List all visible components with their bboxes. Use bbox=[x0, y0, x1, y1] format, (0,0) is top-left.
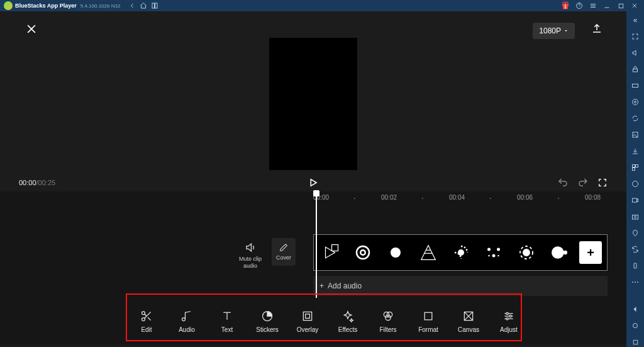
mute-clip-audio-button[interactable]: Mute clip audio bbox=[236, 242, 264, 270]
chevron-down-icon bbox=[564, 28, 569, 33]
tool-canvas[interactable]: Canvas bbox=[455, 310, 482, 333]
svg-point-63 bbox=[635, 101, 636, 103]
svg-point-5 bbox=[563, 2, 565, 4]
svg-point-33 bbox=[523, 249, 530, 256]
tool-text[interactable]: Text bbox=[214, 310, 240, 333]
help-icon[interactable] bbox=[574, 0, 585, 11]
more-rail-icon[interactable]: ⋯ bbox=[630, 277, 640, 287]
tool-filters[interactable]: Filters bbox=[375, 310, 401, 333]
tool-label: Format bbox=[418, 326, 438, 333]
fullscreen-button[interactable] bbox=[597, 178, 608, 188]
lock-rail-icon[interactable] bbox=[630, 64, 640, 74]
sliders-icon bbox=[502, 310, 515, 322]
tool-label: Effects bbox=[338, 326, 357, 333]
svg-point-27 bbox=[487, 248, 491, 251]
menu-icon[interactable] bbox=[587, 0, 599, 11]
svg-point-71 bbox=[635, 216, 636, 218]
playhead[interactable] bbox=[316, 191, 317, 298]
gift-icon[interactable] bbox=[560, 0, 571, 11]
svg-point-29 bbox=[492, 254, 496, 258]
shake-rail-icon[interactable] bbox=[630, 261, 640, 271]
back-icon[interactable] bbox=[126, 0, 138, 11]
add-audio-button[interactable]: + Add audio bbox=[313, 276, 608, 296]
svg-rect-4 bbox=[565, 4, 565, 9]
redo-button[interactable] bbox=[577, 177, 589, 188]
tool-overlay[interactable]: Overlay bbox=[294, 310, 321, 333]
clip-thumb[interactable] bbox=[412, 235, 445, 270]
home-icon[interactable] bbox=[138, 0, 149, 11]
clip-track[interactable]: + bbox=[313, 234, 608, 271]
ruler-tick: 00:08 bbox=[585, 194, 601, 201]
collapse-icon[interactable]: « bbox=[630, 15, 640, 25]
close-window-icon[interactable] bbox=[629, 0, 640, 11]
current-time: 00:00 bbox=[19, 179, 36, 186]
tool-audio[interactable]: Audio bbox=[174, 310, 200, 333]
clip-thumb[interactable] bbox=[445, 235, 477, 270]
gallery-rail-icon[interactable] bbox=[630, 130, 640, 140]
install-rail-icon[interactable] bbox=[630, 146, 640, 156]
svg-rect-46 bbox=[306, 314, 310, 318]
record-rail-icon[interactable] bbox=[630, 195, 640, 205]
nav-recent-rail-icon[interactable] bbox=[630, 337, 640, 347]
recent-icon[interactable] bbox=[149, 0, 160, 11]
tool-stickers[interactable]: Stickers bbox=[254, 310, 280, 333]
tool-adjust[interactable]: Adjust bbox=[496, 310, 522, 333]
svg-rect-45 bbox=[303, 312, 311, 320]
svg-point-28 bbox=[497, 248, 500, 251]
svg-rect-72 bbox=[634, 263, 636, 268]
svg-point-62 bbox=[633, 100, 638, 105]
screenshot-rail-icon[interactable] bbox=[630, 212, 640, 222]
tool-edit[interactable]: Edit bbox=[133, 310, 160, 333]
location-rail-icon[interactable] bbox=[630, 228, 640, 238]
clip-thumb[interactable] bbox=[314, 235, 347, 270]
tool-effects[interactable]: Effects bbox=[335, 310, 361, 333]
cover-button[interactable]: Cover bbox=[272, 238, 296, 266]
clip-thumb[interactable] bbox=[510, 235, 543, 270]
multi-rail-icon[interactable] bbox=[630, 162, 640, 173]
nav-home-rail-icon[interactable] bbox=[630, 321, 640, 331]
svg-line-40 bbox=[145, 314, 147, 316]
canvas-icon bbox=[462, 310, 475, 322]
ruler-tick: 00:04 bbox=[449, 194, 465, 201]
app-title: BlueStacks App Player bbox=[15, 3, 77, 9]
scissors-icon bbox=[140, 310, 153, 322]
nav-back-rail-icon[interactable] bbox=[630, 304, 640, 314]
svg-rect-65 bbox=[633, 165, 635, 168]
minimize-icon[interactable] bbox=[601, 0, 613, 11]
add-clip-button[interactable]: + bbox=[579, 241, 602, 264]
svg-rect-60 bbox=[633, 69, 638, 72]
tool-format[interactable]: Format bbox=[415, 310, 441, 333]
ruler-tick: 00:06 bbox=[517, 194, 533, 201]
clip-thumb[interactable] bbox=[477, 235, 510, 270]
resolution-button[interactable]: 1080P bbox=[533, 23, 575, 39]
resolution-label: 1080P bbox=[539, 26, 561, 35]
svg-rect-19 bbox=[332, 245, 338, 251]
export-button[interactable] bbox=[591, 23, 602, 34]
undo-button[interactable] bbox=[557, 177, 569, 188]
keymap-rail-icon[interactable] bbox=[630, 97, 640, 107]
svg-line-39 bbox=[148, 317, 151, 321]
close-editor-button[interactable] bbox=[25, 23, 38, 35]
tool-label: Stickers bbox=[256, 326, 279, 333]
clip-thumb[interactable] bbox=[379, 235, 412, 270]
clip-thumb[interactable] bbox=[543, 235, 575, 270]
svg-rect-1 bbox=[155, 3, 158, 8]
maximize-icon[interactable] bbox=[615, 0, 626, 11]
play-button[interactable] bbox=[308, 177, 319, 188]
tool-label: Filters bbox=[379, 326, 396, 333]
clip-thumb[interactable] bbox=[347, 235, 379, 270]
keyboard-rail-icon[interactable] bbox=[630, 81, 640, 91]
fullscreen-rail-icon[interactable] bbox=[630, 31, 640, 42]
svg-point-57 bbox=[506, 312, 508, 314]
svg-point-35 bbox=[564, 251, 568, 255]
rotate-rail-icon[interactable] bbox=[630, 244, 640, 254]
macro-rail-icon[interactable] bbox=[630, 179, 640, 189]
svg-point-20 bbox=[357, 246, 369, 259]
add-audio-label: Add audio bbox=[328, 282, 362, 290]
tool-label: Overlay bbox=[297, 326, 318, 333]
timeline-ruler[interactable]: 00:00 00:02 00:04 00:06 00:08 bbox=[307, 191, 626, 207]
volume-rail-icon[interactable] bbox=[630, 48, 640, 58]
sync-rail-icon[interactable] bbox=[630, 113, 640, 123]
video-preview[interactable] bbox=[269, 38, 357, 170]
tool-label: Edit bbox=[141, 326, 152, 333]
